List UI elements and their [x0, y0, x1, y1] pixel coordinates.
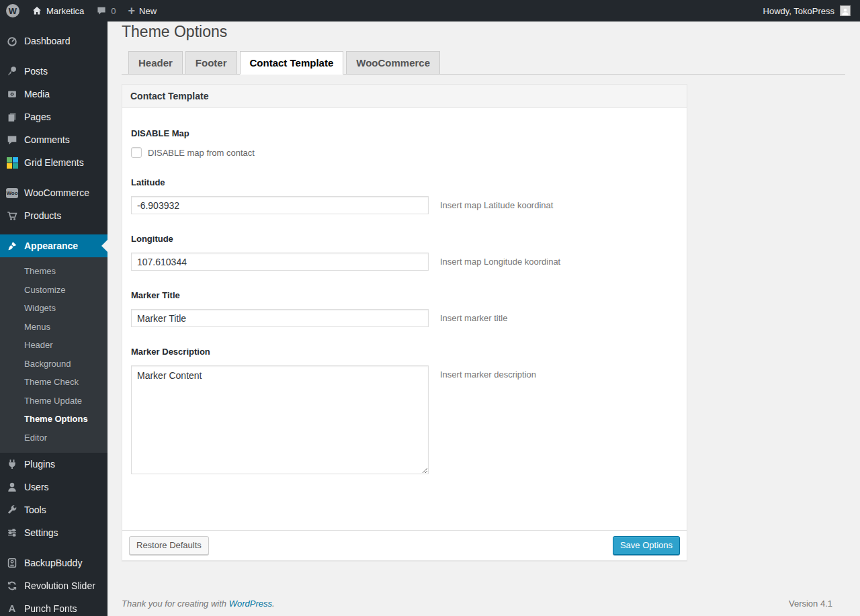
sidebar-item-label: BackupBuddy	[24, 558, 82, 568]
dashboard-icon	[5, 34, 19, 48]
sidebar-item-settings[interactable]: Settings	[0, 521, 108, 544]
wordpress-link[interactable]: WordPress	[229, 599, 272, 609]
font-a-icon: A	[5, 602, 19, 615]
field-latitude: LatitudeInsert map Latitude koordinat	[131, 177, 678, 214]
field-label: Marker Description	[131, 347, 678, 357]
comments-count: 0	[111, 6, 116, 16]
site-name-label: Marketica	[46, 6, 84, 16]
sidebar-item-label: Settings	[24, 527, 58, 538]
sidebar-item-label: Posts	[24, 66, 48, 77]
wordpress-logo-menu[interactable]: W	[0, 0, 26, 21]
sidebar-item-pages[interactable]: Pages	[0, 105, 108, 128]
footer-thanks: Thank you for creating with WordPress.	[122, 599, 275, 609]
sidebar-item-label: Users	[24, 482, 49, 492]
brush-icon	[5, 239, 19, 253]
avatar	[840, 5, 851, 16]
sidebar-item-label: Products	[24, 210, 61, 221]
sidebar-item-revolution-slider[interactable]: Revolution Slider	[0, 574, 108, 597]
cart-icon	[5, 209, 19, 222]
sidebar-item-label: Appearance	[24, 240, 78, 251]
field-help-text: Insert marker description	[440, 365, 536, 380]
wordpress-logo-icon: W	[6, 4, 19, 17]
sidebar-item-punch-fonts[interactable]: APunch Fonts	[0, 597, 108, 616]
admin-bar: W Marketica 0 + New Howdy, TokoPress	[0, 0, 860, 21]
sidebar-item-grid-elements[interactable]: Grid Elements	[0, 151, 108, 174]
appearance-submenu: ThemesCustomizeWidgetsMenusHeaderBackgro…	[0, 257, 108, 453]
media-icon	[5, 87, 19, 101]
menu-separator	[0, 227, 108, 234]
sidebar-subitem-theme-check[interactable]: Theme Check	[0, 373, 108, 392]
page-footer: Thank you for creating with WordPress. V…	[122, 599, 832, 615]
field-help-text: Insert map Longitude koordinat	[440, 253, 560, 267]
sidebar-item-media[interactable]: Media	[0, 83, 108, 105]
sidebar-subitem-themes[interactable]: Themes	[0, 262, 108, 281]
latitude-input[interactable]	[131, 196, 429, 214]
sidebar-item-woocommerce[interactable]: WooWooCommerce	[0, 181, 108, 204]
sidebar-item-label: Pages	[24, 112, 51, 122]
sidebar-item-label: WooCommerce	[24, 187, 89, 198]
sidebar-subitem-widgets[interactable]: Widgets	[0, 299, 108, 318]
sidebar-subitem-menus[interactable]: Menus	[0, 318, 108, 337]
sidebar-item-tools[interactable]: Tools	[0, 498, 108, 521]
comments-menu[interactable]: 0	[90, 0, 122, 21]
field-control-row: DISABLE map from contact	[131, 147, 678, 158]
settings-icon	[5, 526, 19, 539]
sidebar-item-label: Tools	[24, 504, 46, 515]
sidebar-item-appearance[interactable]: Appearance	[0, 234, 108, 257]
new-label: New	[139, 6, 157, 16]
pages-icon	[5, 110, 19, 124]
sidebar-item-products[interactable]: Products	[0, 204, 108, 227]
sidebar-item-users[interactable]: Users	[0, 476, 108, 498]
sidebar-item-dashboard[interactable]: Dashboard	[0, 30, 108, 52]
sidebar-subitem-theme-options[interactable]: Theme Options	[0, 410, 108, 429]
version-label: Version 4.1	[789, 599, 832, 609]
comment-bubble-icon	[96, 5, 107, 16]
menu-separator	[0, 544, 108, 552]
comments-icon	[5, 133, 19, 146]
woocommerce-icon: Woo	[5, 186, 19, 200]
howdy-account-menu[interactable]: Howdy, TokoPress	[763, 6, 834, 16]
wrench-icon	[5, 503, 19, 517]
tab-woocommerce[interactable]: WooCommerce	[346, 51, 440, 74]
sidebar-item-label: Grid Elements	[24, 157, 84, 168]
save-options-button[interactable]: Save Options	[613, 536, 680, 555]
tab-footer[interactable]: Footer	[185, 51, 237, 74]
sidebar-subitem-theme-update[interactable]: Theme Update	[0, 392, 108, 410]
marker-title-input[interactable]	[131, 309, 429, 327]
site-name-link[interactable]: Marketica	[26, 0, 90, 21]
plus-icon: +	[128, 5, 136, 16]
new-content-button[interactable]: + New	[122, 0, 163, 21]
field-control-row: Insert marker description	[131, 365, 678, 474]
sidebar-item-comments[interactable]: Comments	[0, 128, 108, 151]
sidebar-subitem-header[interactable]: Header	[0, 336, 108, 355]
field-control-row: Insert map Latitude koordinat	[131, 196, 678, 214]
checkbox-label: DISABLE map from contact	[148, 148, 255, 158]
disable-map-checkbox[interactable]	[131, 147, 142, 158]
sidebar-item-plugins[interactable]: Plugins	[0, 453, 108, 476]
tab-contact-template[interactable]: Contact Template	[240, 51, 344, 75]
admin-sidebar: DashboardPostsMediaPagesCommentsGrid Ele…	[0, 21, 108, 616]
sidebar-item-label: Punch Fonts	[24, 603, 77, 614]
sidebar-item-posts[interactable]: Posts	[0, 60, 108, 83]
panel-body: DISABLE MapDISABLE map from contactLatit…	[122, 108, 687, 530]
panel-footer: Restore Defaults Save Options	[122, 530, 687, 560]
marker-description-textarea[interactable]	[131, 365, 429, 474]
field-help-text: Insert map Latitude koordinat	[440, 196, 553, 210]
menu-separator	[0, 52, 108, 60]
field-label: Marker Title	[131, 290, 678, 300]
field-marker-title: Marker TitleInsert marker title	[131, 290, 678, 327]
sidebar-subitem-background[interactable]: Background	[0, 355, 108, 373]
sidebar-subitem-editor[interactable]: Editor	[0, 429, 108, 447]
restore-defaults-button[interactable]: Restore Defaults	[129, 536, 209, 555]
tab-header[interactable]: Header	[128, 51, 183, 74]
sidebar-subitem-customize[interactable]: Customize	[0, 281, 108, 300]
sidebar-item-label: Comments	[24, 134, 70, 145]
panel-title: Contact Template	[122, 85, 687, 108]
sidebar-item-label: Plugins	[24, 459, 55, 470]
field-help-text: Insert marker title	[440, 309, 507, 323]
field-control-row: Insert map Longitude koordinat	[131, 253, 678, 271]
sidebar-item-backupbuddy[interactable]: BackupBuddy	[0, 552, 108, 574]
longitude-input[interactable]	[131, 253, 429, 271]
field-longitude: LongitudeInsert map Longitude koordinat	[131, 234, 678, 271]
theme-options-panel: Contact Template DISABLE MapDISABLE map …	[122, 84, 687, 561]
